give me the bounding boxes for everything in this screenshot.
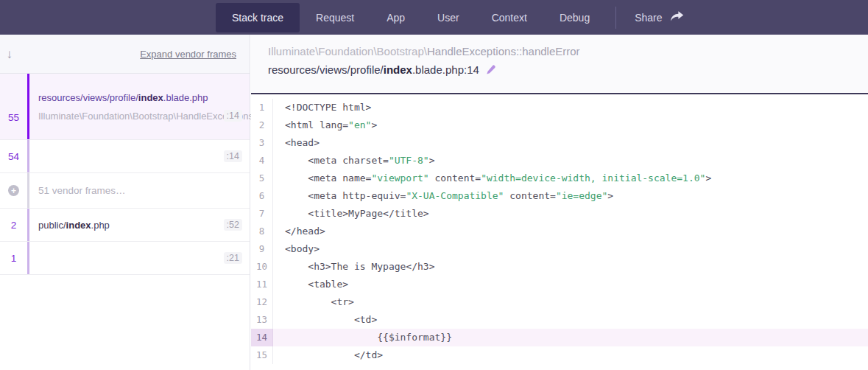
expand-vendor-frames-link[interactable]: Expand vendor frames xyxy=(140,49,236,60)
frame-file: public/index.php xyxy=(38,220,110,231)
code-line-7: 7 <title>MyPage</title> xyxy=(251,205,868,223)
frame-file-path: resources/views/profile/index.blade.php:… xyxy=(268,63,868,76)
code-line-10: 10 <h3>The is Mypage</h3> xyxy=(251,258,868,276)
tab-stack-trace[interactable]: Stack trace xyxy=(216,3,300,32)
next-frame-arrow-icon[interactable]: ↓ xyxy=(7,48,13,60)
code-line-9: 9<body> xyxy=(251,240,868,258)
line-number-badge: :21 xyxy=(224,252,242,264)
code-line-number: 5 xyxy=(251,170,273,187)
code-line-5: 5 <meta name="viewport" content="width=d… xyxy=(251,170,868,187)
tab-user[interactable]: User xyxy=(421,0,476,35)
frame-method-name: HandleExceptions::handleError xyxy=(427,45,580,57)
line-number-badge: :52 xyxy=(224,219,242,231)
code-line-text: </head> xyxy=(273,223,868,240)
vendor-frames-toggle[interactable]: +51 vendor frames… xyxy=(0,173,250,209)
code-line-number: 4 xyxy=(251,152,273,170)
stack-frame[interactable]: 2public/index.php:52 xyxy=(0,209,250,242)
code-line-number: 15 xyxy=(251,346,273,364)
edit-pencil-icon[interactable] xyxy=(485,64,496,75)
frame-nav-arrows: ↑ ↓ xyxy=(0,48,29,60)
code-panel: Illuminate\Foundation\Bootstrap\HandleEx… xyxy=(251,35,868,370)
code-line-3: 3<head> xyxy=(251,134,868,152)
stack-frames-list: 55resources/views/profile/index.blade.ph… xyxy=(0,74,250,275)
code-line-11: 11 <table> xyxy=(251,276,868,293)
tab-app[interactable]: App xyxy=(370,0,421,35)
code-line-number: 9 xyxy=(251,240,273,258)
share-button[interactable]: Share xyxy=(626,0,692,35)
frame-number: 1 xyxy=(0,242,27,274)
expand-plus-icon: + xyxy=(8,185,19,196)
code-line-number: 1 xyxy=(251,99,273,116)
tab-request[interactable]: Request xyxy=(300,0,370,35)
stack-trace-sidebar: ↑ ↓ Expand vendor frames 55resources/vie… xyxy=(0,35,250,370)
code-line-number: 8 xyxy=(251,223,273,240)
code-line-2: 2<html lang="en"> xyxy=(251,116,868,134)
code-line-text: <tr> xyxy=(273,293,868,311)
frame-number: 2 xyxy=(0,209,27,241)
code-line-text: <td> xyxy=(273,311,868,329)
tab-context[interactable]: Context xyxy=(476,0,543,35)
code-line-number: 14 xyxy=(251,329,273,346)
vendor-frames-label: 51 vendor frames… xyxy=(38,185,126,196)
code-snippet: 1<!DOCTYPE html>2<html lang="en">3<head>… xyxy=(251,93,868,370)
code-line-text: <meta charset="UTF-8"> xyxy=(273,152,868,170)
code-line-4: 4 <meta charset="UTF-8"> xyxy=(251,152,868,170)
code-line-13: 13 <td> xyxy=(251,311,868,329)
code-line-6: 6 <meta http-equiv="X-UA-Compatible" con… xyxy=(251,187,868,205)
frame-class: Illuminate\Foundation\Bootstrap\HandleEx… xyxy=(38,111,182,122)
line-number-badge: :14 xyxy=(224,110,242,122)
share-arrow-icon xyxy=(670,10,684,24)
code-line-number: 6 xyxy=(251,187,273,205)
code-line-12: 12 <tr> xyxy=(251,293,868,311)
frame-namespace: Illuminate\Foundation\Bootstrap\ xyxy=(268,45,427,57)
code-line-text: </td> xyxy=(273,346,868,364)
code-line-text: <title>MyPage</title> xyxy=(273,205,868,223)
frame-number: 54 xyxy=(0,140,27,172)
code-line-text: <table> xyxy=(273,276,868,293)
prev-frame-arrow-icon[interactable]: ↑ xyxy=(0,48,1,60)
code-line-number: 11 xyxy=(251,276,273,293)
frame-method: Illuminate\Foundation\Bootstrap\HandleEx… xyxy=(268,45,868,57)
code-line-number: 3 xyxy=(251,134,273,152)
code-line-number: 7 xyxy=(251,205,273,223)
stack-frame[interactable]: 55resources/views/profile/index.blade.ph… xyxy=(0,74,250,140)
frame-number: + xyxy=(0,173,27,208)
code-line-text: <h3>The is Mypage</h3> xyxy=(273,258,868,276)
code-line-number: 12 xyxy=(251,293,273,311)
share-label: Share xyxy=(635,12,662,24)
frame-file: resources/views/profile/index.blade.php xyxy=(38,92,242,103)
stack-frame[interactable]: 54:14 xyxy=(0,140,250,173)
code-line-8: 8</head> xyxy=(251,223,868,240)
code-line-number: 10 xyxy=(251,258,273,276)
sidebar-header: ↑ ↓ Expand vendor frames xyxy=(0,35,250,74)
top-nav: Stack traceRequestAppUserContextDebug Sh… xyxy=(0,0,868,35)
code-line-text: <!DOCTYPE html> xyxy=(273,99,868,116)
line-number-badge: :14 xyxy=(224,150,242,162)
code-line-14: 14 {{$informat}} xyxy=(251,329,868,346)
code-line-number: 2 xyxy=(251,116,273,134)
code-line-text: <body> xyxy=(273,240,868,258)
code-line-text: <meta http-equiv="X-UA-Compatible" conte… xyxy=(273,187,868,205)
code-line-text: <html lang="en"> xyxy=(273,116,868,134)
frame-number: 55 xyxy=(0,74,27,139)
code-line-text: {{$informat}} xyxy=(273,329,868,346)
code-line-15: 15 </td> xyxy=(251,346,868,364)
stack-frame[interactable]: 1:21 xyxy=(0,242,250,275)
code-line-text: <head> xyxy=(273,134,868,152)
code-line-text: <meta name="viewport" content="width=dev… xyxy=(273,170,868,187)
tab-debug[interactable]: Debug xyxy=(543,0,606,35)
code-line-number: 13 xyxy=(251,311,273,329)
code-line-1: 1<!DOCTYPE html> xyxy=(251,99,868,116)
code-panel-header: Illuminate\Foundation\Bootstrap\HandleEx… xyxy=(251,35,868,93)
nav-tabs: Stack traceRequestAppUserContextDebug xyxy=(216,0,606,35)
nav-separator xyxy=(615,7,616,29)
